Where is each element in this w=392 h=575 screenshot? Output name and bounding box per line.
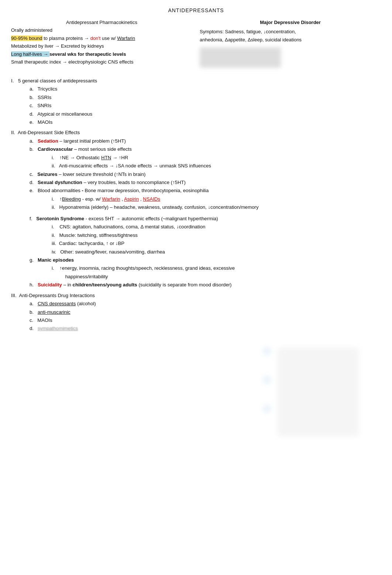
manic-sub: i. ↑energy, insomnia, racing thoughts/sp…: [30, 264, 381, 281]
cardiovascular-sub: i. ↑NE → Orthostatic HTN → ↑HR ii. Anti-…: [30, 154, 381, 170]
list-item: e. MAOIs: [30, 118, 381, 126]
list-item: c. MAOIs: [30, 316, 381, 324]
highlight-halflife: Long half-lives →: [11, 51, 49, 57]
section3: III. Anti-Depressants Drug Interactions …: [11, 292, 381, 333]
list-item: a. Tricyclics: [30, 85, 381, 93]
list-item: iii. Cardiac: tachycardia, ↑ or ↓BP: [52, 239, 381, 248]
section2-heading: II. Anti-Depressant Side Effects: [11, 129, 381, 137]
section2: II. Anti-Depressant Side Effects a. Seda…: [11, 129, 381, 289]
highlight-bound: 90-95% bound: [11, 35, 42, 41]
list-item: a. CNS depressants (alcohol): [30, 300, 381, 308]
list-item: i. ↑energy, insomnia, racing thoughts/sp…: [52, 264, 381, 281]
list-item: i. ↑Bleeding - esp. w/ Warfarin , Aspiri…: [52, 195, 381, 203]
section2-list: a. Sedation – largest initial problem (↑…: [11, 137, 381, 289]
pharma-heading: Antidepressant Pharmacokinetics: [11, 18, 192, 26]
pharma-line3: Metabolized by liver → Excreted by kidne…: [11, 42, 192, 50]
side-effect-suicidality: h. Suicidality – in children/teens/young…: [30, 281, 381, 289]
pharma-line2: 90-95% bound to plasma proteins → don't …: [11, 34, 192, 42]
major-disorder-section: Major Depressive Disorder Symptoms: Sadn…: [200, 18, 381, 70]
list-item: i. CNS: agitation, hallucinations, coma,…: [52, 223, 381, 231]
side-effect-serotonin: f. Serotonin Syndrome - excess 5HT → aut…: [30, 215, 381, 256]
list-item: ii. Anti-muscarinic effects → ↓SA node e…: [52, 162, 381, 170]
list-item: b. anti-muscarinic: [30, 308, 381, 316]
section3-list: a. CNS depressants (alcohol) b. anti-mus…: [11, 300, 381, 333]
pharma-line5: Small therapeutic index → electrophysiol…: [11, 58, 192, 66]
list-item: d. sympathomimetics: [30, 324, 381, 333]
section3-heading: III. Anti-Depressants Drug Interactions: [11, 292, 381, 300]
disorder-blurred-image: [200, 47, 381, 70]
dont-text: don't: [90, 35, 101, 41]
side-effect-sexual: d. Sexual dysfunction – very troubles, l…: [30, 178, 381, 187]
pharma-line1: Orally administered: [11, 26, 192, 34]
pharma-line4: Long half-lives → several wks for therap…: [11, 50, 192, 58]
page-title: ANTIDEPRESSANTS: [11, 7, 381, 13]
section1-list: a. Tricyclics b. SSRIs c. SNRIs d. Atypi…: [11, 85, 381, 126]
section1-heading: I. 5 general classes of antidepressants: [11, 77, 381, 85]
warfarin-ref1: Warfarin: [117, 35, 135, 41]
serotonin-sub: i. CNS: agitation, hallucinations, coma,…: [30, 223, 381, 256]
side-effect-blood: e. Blood abnormalities - Bone marrow dep…: [30, 187, 381, 211]
side-effect-cardiovascular: b. Cardiovascular – most serious side ef…: [30, 145, 381, 170]
blood-sub: i. ↑Bleeding - esp. w/ Warfarin , Aspiri…: [30, 195, 381, 212]
pharmacokinetics-section: Antidepressant Pharmacokinetics Orally a…: [11, 18, 192, 70]
bottom-decorative: [11, 348, 381, 436]
side-effect-sedation: a. Sedation – largest initial problem (↑…: [30, 137, 381, 145]
list-item: iv. Other: sweating/fever, nausea/vomiti…: [52, 248, 381, 256]
section1: I. 5 general classes of antidepressants …: [11, 77, 381, 127]
list-item: b. SSRIs: [30, 93, 381, 102]
side-effect-seizures: c. Seizures – lower seizure threshold (↑…: [30, 170, 381, 178]
list-item: ii. Muscle: twitching, stiffness/tightne…: [52, 231, 381, 239]
disorder-heading: Major Depressive Disorder: [200, 18, 381, 26]
side-effect-manic: g. Manic episodes i. ↑energy, insomnia, …: [30, 256, 381, 281]
list-item: d. Atypical or miscellaneous: [30, 110, 381, 118]
disorder-symptoms: Symptoms: Sadness, fatigue, ↓concentrati…: [200, 28, 381, 44]
main-content: I. 5 general classes of antidepressants …: [11, 77, 381, 333]
list-item: c. SNRIs: [30, 102, 381, 110]
list-item: ii. Hyponatremia (elderly) – headache, w…: [52, 203, 381, 211]
list-item: i. ↑NE → Orthostatic HTN → ↑HR: [52, 154, 381, 162]
